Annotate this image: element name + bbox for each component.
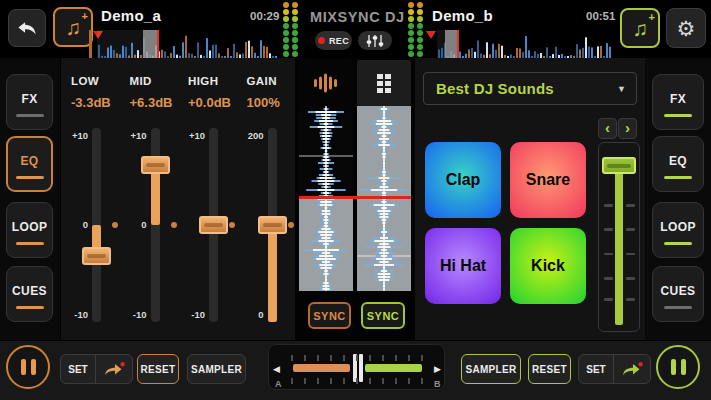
slider-handle[interactable] — [602, 157, 636, 174]
slider-handle[interactable] — [82, 247, 111, 265]
deck-a-cues-button[interactable]: CUES — [6, 266, 53, 322]
music-note-add-icon: ♫+ — [632, 18, 648, 39]
pause-icon — [671, 359, 686, 375]
app-title: MIXSYNC DJ — [310, 9, 405, 25]
pad-snare[interactable]: Snare — [510, 142, 586, 218]
deck-a-jump-button[interactable] — [96, 355, 132, 383]
deck-a-start-marker — [89, 30, 92, 58]
pad-clap[interactable]: Clap — [425, 142, 501, 218]
deck-a-library-button[interactable]: ♫+ — [53, 7, 93, 47]
mixer-settings-button[interactable] — [358, 31, 392, 50]
playhead-line — [299, 196, 411, 199]
deck-b-waveform-strip[interactable] — [437, 30, 613, 58]
deck-a-vu-meter — [283, 2, 298, 57]
crossfader-track-a — [293, 364, 350, 372]
deck-a-play-pause-button[interactable] — [6, 345, 50, 389]
grid-view-button[interactable] — [357, 60, 411, 106]
mixsync-dj-app: ♫+ Demo_a 00:29 MIXSYNC DJ REC Demo_b — [0, 0, 711, 400]
main-area: FX EQ LOOP CUES LOW -3.3dB +10 — [0, 58, 711, 340]
crossfader-left-arrow-icon: ◀ — [273, 364, 280, 374]
sample-bank-dropdown[interactable]: Best DJ Sounds ▼ — [423, 72, 637, 105]
eq-panel: LOW -3.3dB +10 0 -10 MID +6.3dB +10 0 — [60, 58, 295, 340]
mode-underline — [16, 114, 44, 117]
deck-b-waveform-bars — [437, 30, 613, 58]
eq-value: -3.3dB — [71, 95, 111, 110]
deck-b-fx-button[interactable]: FX — [652, 74, 704, 130]
sampler-volume-slider[interactable] — [598, 142, 640, 332]
gear-icon: ⚙ — [677, 18, 696, 39]
crossfader[interactable]: ◀ A ▶ B — [268, 344, 445, 390]
deck-b-set-button[interactable]: SET — [579, 355, 613, 383]
deck-b-title: Demo_b — [432, 7, 493, 24]
top-bar: ♫+ Demo_a 00:29 MIXSYNC DJ REC Demo_b — [0, 0, 711, 58]
low-slider[interactable]: +10 0 -10 — [61, 128, 120, 322]
mode-underline — [664, 242, 692, 245]
notification-dot — [120, 362, 124, 366]
deck-b-play-pause-button[interactable] — [656, 345, 700, 389]
settings-button[interactable]: ⚙ — [666, 8, 706, 48]
mode-underline — [16, 176, 44, 179]
deck-a-sampler-button[interactable]: SAMPLER — [187, 354, 246, 384]
slider-handle[interactable] — [258, 216, 287, 234]
crossfader-track-b — [365, 364, 422, 372]
deck-b-jump-button[interactable] — [614, 355, 650, 383]
sampler-panel: Best DJ Sounds ▼ ‹ › Clap Snare Hi Hat K… — [415, 58, 645, 340]
deck-a-sync-button[interactable]: SYNC — [308, 302, 351, 329]
crossfader-b-label: B — [434, 379, 441, 389]
mode-underline — [664, 176, 692, 179]
deck-b-cues-button[interactable]: CUES — [652, 266, 704, 322]
back-button[interactable] — [8, 9, 46, 47]
pause-icon — [21, 359, 36, 375]
faders-icon — [364, 33, 386, 49]
curved-arrow-icon — [621, 361, 643, 377]
eq-value: 100% — [247, 95, 280, 110]
deck-b-time: 00:51 — [586, 10, 615, 22]
deck-b-sampler-button[interactable]: SAMPLER — [461, 354, 521, 384]
mode-underline — [16, 242, 44, 245]
eq-value: +6.3dB — [130, 95, 173, 110]
deck-a-title: Demo_a — [101, 7, 161, 24]
deck-b-loop-button[interactable]: LOOP — [652, 202, 704, 258]
record-button[interactable]: REC — [315, 31, 352, 50]
deck-a-reset-button[interactable]: RESET — [137, 354, 179, 384]
high-slider[interactable]: +10 0 -10 — [178, 128, 237, 322]
deck-b-mode-column: FX EQ LOOP CUES — [645, 58, 711, 340]
waveform-panel: SYNC SYNC — [295, 58, 415, 340]
deck-a-waveform-bars — [97, 30, 278, 58]
deck-a-playhead — [143, 30, 159, 58]
pad-hihat[interactable]: Hi Hat — [425, 228, 501, 304]
slider-handle[interactable] — [141, 156, 170, 174]
deck-a-fx-button[interactable]: FX — [6, 74, 53, 130]
deck-b-vu-meter — [408, 2, 423, 57]
pad-kick[interactable]: Kick — [510, 228, 586, 304]
dropdown-caret-icon: ▼ — [617, 84, 626, 94]
mode-underline — [664, 114, 692, 117]
deck-b-vertical-waveform[interactable] — [357, 106, 411, 291]
deck-a-set-button[interactable]: SET — [61, 355, 95, 383]
slider-handle[interactable] — [199, 216, 228, 234]
deck-a-waveform-strip[interactable] — [97, 30, 278, 58]
gain-slider[interactable]: 200 0 — [237, 128, 296, 322]
eq-channel-low: LOW -3.3dB +10 0 -10 — [61, 58, 120, 340]
deck-a-eq-button[interactable]: EQ — [6, 136, 53, 192]
mode-underline — [664, 306, 692, 309]
waveform-view-button[interactable] — [299, 60, 353, 106]
deck-a-mode-column: FX EQ LOOP CUES — [0, 58, 60, 340]
deck-b-reset-button[interactable]: RESET — [528, 354, 571, 384]
bank-prev-button[interactable]: ‹ — [598, 118, 617, 139]
mode-underline — [16, 306, 44, 309]
deck-a-set-group: SET — [60, 354, 133, 384]
deck-b-library-button[interactable]: ♫+ — [620, 8, 660, 48]
notification-dot — [638, 362, 642, 366]
deck-b-sync-button[interactable]: SYNC — [361, 302, 405, 329]
music-note-add-icon: ♫+ — [65, 17, 81, 38]
eq-value: +0.0dB — [188, 95, 231, 110]
deck-a-loop-button[interactable]: LOOP — [6, 202, 53, 258]
back-arrow-icon — [16, 17, 38, 39]
deck-a-vertical-waveform[interactable] — [299, 106, 353, 291]
eq-channel-high: HIGH +0.0dB +10 0 -10 — [178, 58, 237, 340]
bank-next-button[interactable]: › — [618, 118, 637, 139]
deck-b-eq-button[interactable]: EQ — [652, 136, 704, 192]
eq-channel-gain: GAIN 100% 200 0 — [237, 58, 296, 340]
mid-slider[interactable]: +10 0 -10 — [120, 128, 179, 322]
